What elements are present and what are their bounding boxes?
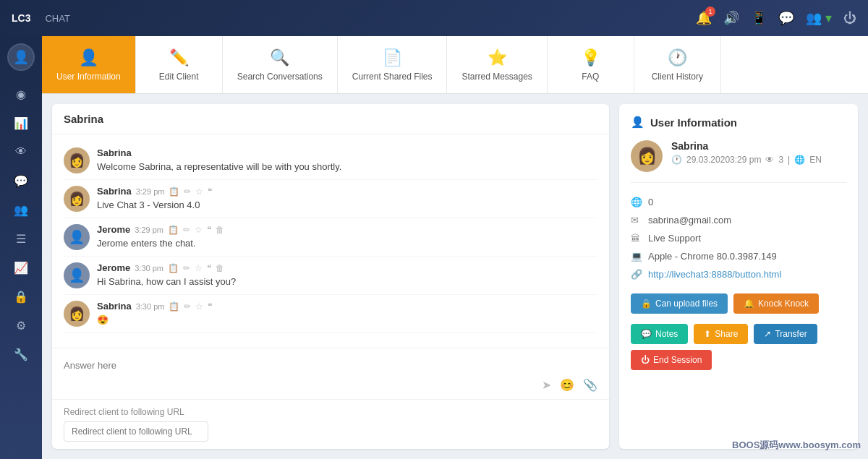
chat-messages: 👩 Sabrina Welcome Sabrina, a representat… [52, 134, 609, 348]
sidebar-item-list[interactable]: ☰ [8, 226, 34, 252]
sidebar-item-chat[interactable]: 💬 [8, 168, 34, 194]
message-text: Welcome Sabrina, a representative will b… [97, 161, 597, 172]
department-value: Live Support [648, 233, 701, 244]
info-row-email: ✉ sabrina@gmail.com [631, 211, 846, 229]
client-history-tab-icon: 🕐 [668, 48, 687, 67]
avatar: 👩 [64, 186, 90, 212]
tab-starred-messages[interactable]: ⭐ Starred Messages [447, 36, 547, 93]
send-icon[interactable]: ➤ [542, 378, 551, 392]
sidebar-item-reports[interactable]: 📈 [8, 254, 34, 280]
tab-client-history[interactable]: 🕐 Client History [634, 36, 721, 93]
message-actions: 📋 ✏ ☆ ❝ [169, 301, 212, 312]
edit-icon[interactable]: ✏ [183, 225, 190, 235]
url-value[interactable]: http://livechat3:8888/button.html [648, 269, 781, 280]
sender-name: Sabrina [97, 186, 132, 197]
quote-icon[interactable]: ❝ [208, 301, 212, 312]
attach-icon[interactable]: 📎 [583, 378, 597, 392]
message-content: Sabrina 3:30 pm 📋 ✏ ☆ ❝ 😍 [97, 301, 597, 325]
tab-user-information[interactable]: 👤 User Information [42, 36, 136, 93]
redirect-area: Redirect client to following URL [52, 399, 609, 449]
quote-icon[interactable]: ❝ [208, 186, 212, 197]
redirect-input[interactable] [64, 421, 208, 442]
lang-flag: 🌐 [794, 155, 805, 165]
info-row-department: 🏛 Live Support [631, 229, 846, 247]
message-content: Jerome 3:29 pm 📋 ✏ ☆ ❝ 🗑 Jerome enters t… [97, 224, 597, 249]
knock-knock-button[interactable]: 🔔 Knock Knock [733, 293, 819, 314]
star-icon[interactable]: ☆ [195, 263, 203, 273]
delete-icon[interactable]: 🗑 [216, 263, 224, 273]
copy-icon[interactable]: 📋 [168, 263, 179, 273]
nav-title: CHAT [45, 13, 69, 24]
edit-icon[interactable]: ✏ [183, 263, 190, 273]
main-content: 👤 User Information ✏️ Edit Client 🔍 Sear… [42, 36, 868, 459]
quote-icon[interactable]: ❝ [207, 225, 211, 235]
browser-value: Apple - Chrome 80.0.3987.149 [648, 251, 777, 262]
link-icon: 🔗 [631, 269, 642, 280]
notification-badge: 1 [705, 7, 715, 17]
info-row-globe: 🌐 0 [631, 193, 846, 211]
top-navigation: LC3 CHAT 🔔 1 🔊 📱 💬 👥 ▾ ⏻ [0, 0, 868, 36]
profile-date: 29.03.20203:29 pm [686, 155, 761, 165]
end-session-button[interactable]: ⏻ End Session [631, 350, 712, 370]
phone-icon[interactable]: 📱 [751, 10, 767, 26]
message-meta: Sabrina [97, 147, 597, 158]
profile-meta: 🕐 29.03.20203:29 pm 👁 3 | 🌐 EN [671, 155, 846, 165]
user-info-panel: 👤 User Information 👩 Sabrina 🕐 29.03.202… [619, 104, 858, 449]
star-icon[interactable]: ☆ [195, 301, 203, 312]
browser-icon: 💻 [631, 251, 642, 262]
sidebar-item-users[interactable]: 👥 [8, 197, 34, 223]
transfer-button[interactable]: ↗ Transfer [754, 324, 817, 344]
share-button[interactable]: ⬆ Share [694, 324, 748, 344]
message-meta: Jerome 3:30 pm 📋 ✏ ☆ ❝ 🗑 [97, 262, 597, 273]
edit-icon[interactable]: ✏ [184, 301, 191, 312]
sidebar-item-eye[interactable]: 👁 [8, 139, 34, 165]
star-icon[interactable]: ☆ [195, 186, 203, 197]
emoji-icon[interactable]: 😊 [560, 378, 574, 392]
user-menu-icon[interactable]: 👥 ▾ [806, 10, 832, 26]
search-conversations-tab-icon: 🔍 [270, 48, 289, 67]
quote-icon[interactable]: ❝ [207, 263, 211, 273]
sidebar-item-dashboard[interactable]: ◉ [8, 81, 34, 107]
delete-icon[interactable]: 🗑 [216, 225, 224, 235]
message-text: Live Chat 3 - Version 4.0 [97, 200, 597, 210]
starred-messages-tab-icon: ⭐ [488, 48, 507, 67]
tab-search-conversations[interactable]: 🔍 Search Conversations [223, 36, 338, 93]
message-meta: Jerome 3:29 pm 📋 ✏ ☆ ❝ 🗑 [97, 224, 597, 235]
star-icon[interactable]: ☆ [195, 225, 203, 235]
volume-icon[interactable]: 🔊 [723, 10, 739, 26]
watermark: BOOS源码www.boosym.com [732, 439, 861, 452]
avatar: 👤 [64, 224, 90, 250]
message-row: 👤 Jerome 3:29 pm 📋 ✏ ☆ ❝ 🗑 [64, 218, 597, 257]
email-value: sabrina@gmail.com [648, 215, 731, 226]
power-icon[interactable]: ⏻ [843, 11, 856, 26]
message-row: 👤 Jerome 3:30 pm 📋 ✏ ☆ ❝ 🗑 [64, 257, 597, 295]
edit-client-tab-icon: ✏️ [169, 48, 189, 67]
chat-input[interactable] [64, 356, 597, 375]
user-profile: 👩 Sabrina 🕐 29.03.20203:29 pm 👁 3 | 🌐 EN [631, 140, 846, 183]
edit-icon[interactable]: ✏ [184, 186, 191, 197]
notes-button[interactable]: 💬 Notes [631, 324, 688, 344]
copy-icon[interactable]: 📋 [169, 186, 179, 197]
tab-current-shared-files[interactable]: 📄 Current Shared Files [338, 36, 448, 93]
tab-search-conversations-label: Search Conversations [237, 72, 323, 82]
can-upload-files-button[interactable]: 🔒 Can upload files [631, 293, 728, 314]
notes-icon: 💬 [641, 329, 652, 339]
notification-icon[interactable]: 🔔 1 [696, 10, 712, 26]
tab-client-history-label: Client History [652, 72, 703, 82]
message-row: 👩 Sabrina Welcome Sabrina, a representat… [64, 142, 597, 180]
action-buttons-row-1: 🔒 Can upload files 🔔 Knock Knock [631, 293, 846, 314]
sidebar-item-analytics[interactable]: 📊 [8, 110, 34, 136]
copy-icon[interactable]: 📋 [168, 225, 179, 235]
message-actions: 📋 ✏ ☆ ❝ 🗑 [168, 225, 224, 235]
sidebar-item-settings[interactable]: ⚙ [8, 312, 34, 338]
tab-faq[interactable]: 💡 FAQ [548, 36, 634, 93]
sidebar-item-tools[interactable]: 🔧 [8, 341, 34, 367]
sidebar-item-lock[interactable]: 🔒 [8, 283, 34, 309]
nav-right: 🔔 1 🔊 📱 💬 👥 ▾ ⏻ [696, 10, 856, 26]
tab-edit-client[interactable]: ✏️ Edit Client [136, 36, 223, 93]
content-area: Sabrina 👩 Sabrina Welcome Sabrina, a rep… [42, 94, 868, 459]
nav-left: LC3 CHAT [12, 12, 70, 24]
copy-icon[interactable]: 📋 [169, 301, 179, 312]
chat-icon[interactable]: 💬 [778, 10, 794, 26]
profile-name: Sabrina [671, 140, 846, 152]
